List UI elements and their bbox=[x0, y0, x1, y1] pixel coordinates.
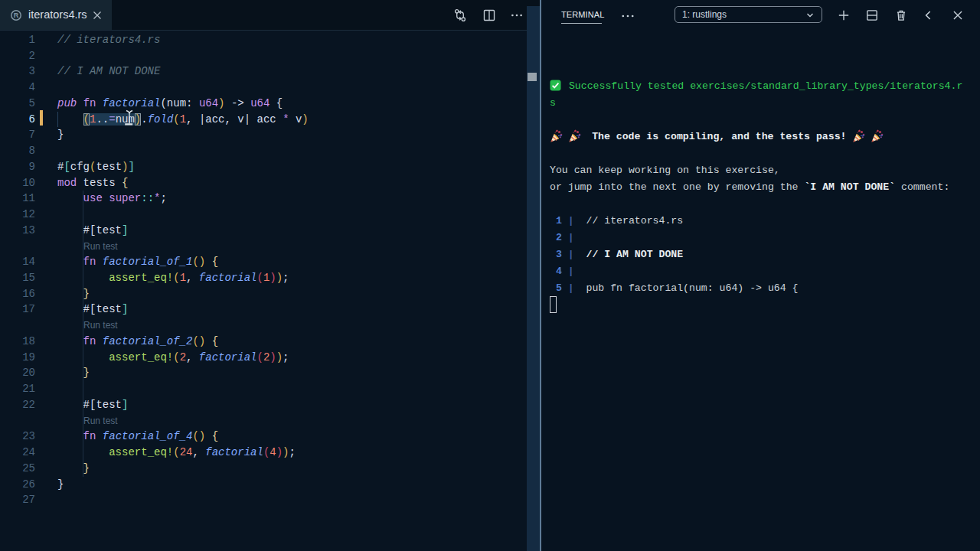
svg-text:R: R bbox=[14, 11, 19, 19]
